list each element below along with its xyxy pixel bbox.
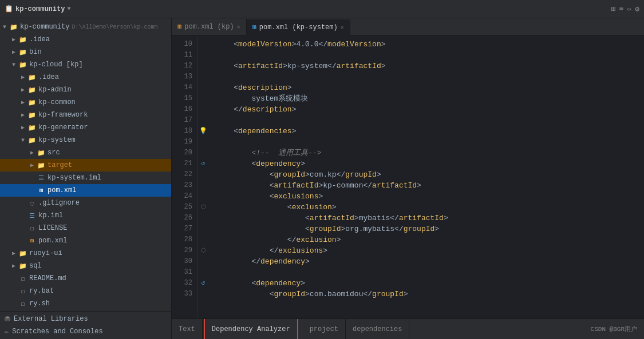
sidebar-item-pom-xml[interactable]: m pom.xml: [0, 184, 171, 197]
sidebar-item-gitignore[interactable]: ◌ .gitignore: [0, 197, 171, 209]
sidebar-item-ruoyi-ui[interactable]: ▶ 📁 ruoyi-ui: [0, 247, 171, 260]
gutter-line-29: ⬡: [197, 245, 209, 256]
gutter-line-13: [197, 71, 209, 82]
gutter-line-10: [197, 39, 209, 50]
sidebar-item-license[interactable]: ☐ LICENSE: [0, 222, 171, 234]
bottom-tab-dependencies[interactable]: dependencies: [346, 319, 409, 339]
tab-pom-kp-system-icon: m: [252, 23, 256, 31]
license-label: LICENSE: [38, 224, 67, 232]
sidebar-item-idea2[interactable]: ▶ 📁 .idea: [0, 71, 171, 83]
root-path: D:\AllDemo\Person\kp-comm: [72, 24, 157, 30]
top-bar-actions: ⊞ ≡ ⇔ ⚙: [611, 5, 639, 14]
sidebar-item-kp-system-iml[interactable]: ☰ kp-system.iml: [0, 172, 171, 184]
sidebar-item-kp-framework[interactable]: ▶ 📁 kp-framework: [0, 109, 171, 121]
tab-pom-kp[interactable]: m pom.xml (kp) ✕: [172, 19, 247, 35]
sidebar-item-bin[interactable]: ▶ 📁 bin: [0, 46, 171, 58]
sidebar-item-sql[interactable]: ▶ 📁 sql: [0, 260, 171, 272]
sidebar-bottom: ⛃ External Libraries ✏ Scratches and Con…: [0, 311, 171, 339]
readme-label: README.md: [29, 274, 66, 282]
idea2-folder-icon: 📁: [27, 74, 37, 81]
gutter-line-20: [197, 147, 209, 158]
code-line-22: <groupId>com.kp</groupId>: [216, 169, 644, 180]
sidebar-item-kp-common[interactable]: ▶ 📁 kp-common: [0, 96, 171, 109]
gutter-line-32[interactable]: ↺: [197, 278, 209, 289]
gutter-line-25: ⬡: [197, 202, 209, 213]
sidebar-item-ry-bat[interactable]: ☐ ry.bat: [0, 285, 171, 297]
sidebar-item-target[interactable]: ▶ 📁 target: [0, 159, 171, 172]
code-line-26: <artifactId>mybatis</artifactId>: [216, 213, 644, 224]
src-label: src: [48, 149, 60, 157]
gutter-line-30: [197, 256, 209, 267]
code-line-21: <dependency>: [216, 158, 644, 169]
run-icon-32[interactable]: ↺: [202, 278, 206, 289]
root-label: kp-community: [20, 23, 69, 31]
arrow: ▶: [9, 49, 18, 55]
layout-icon[interactable]: ⊞: [611, 5, 616, 14]
root-expand-arrow: ▼: [0, 24, 9, 30]
kp-cloud-folder-icon: 📁: [18, 61, 27, 69]
sidebar-item-kp-iml[interactable]: ☰ kp.iml: [0, 209, 171, 222]
sidebar-item-ry-sh[interactable]: ☐ ry.sh: [0, 297, 171, 310]
settings-icon[interactable]: ⚙: [635, 5, 639, 14]
sidebar-item-pom-xml-root[interactable]: m pom.xml: [0, 234, 171, 247]
kp-system-iml-label: kp-system.iml: [48, 174, 101, 182]
editor-area: m pom.xml (kp) ✕ m pom.xml (kp-system) ✕…: [172, 18, 644, 339]
idea2-label: .idea: [38, 73, 59, 81]
target-icon: 📁: [37, 162, 46, 169]
sidebar-root-item[interactable]: ▼ 📁 kp-community D:\AllDemo\Person\kp-co…: [0, 21, 171, 33]
sidebar-item-src[interactable]: ▶ 📁 src: [0, 146, 171, 159]
code-editor: 10 11 12 13 14 15 16 17 18 19 20 21 22 2…: [172, 35, 644, 318]
ry-bat-icon: ☐: [18, 288, 27, 295]
sidebar-item-external-libs[interactable]: ⛃ External Libraries: [0, 313, 171, 325]
bottom-tab-project[interactable]: project: [303, 319, 346, 339]
bottom-tab-text[interactable]: Text: [172, 319, 203, 339]
collapse-icon[interactable]: ⇔: [627, 5, 631, 14]
sidebar-item-readme[interactable]: ☐ README.md: [0, 272, 171, 285]
pom-xml-root-label: pom.xml: [38, 237, 67, 245]
tab-pom-kp-close[interactable]: ✕: [237, 23, 240, 30]
gutter-line-24: [197, 191, 209, 202]
kp-system-iml-icon: ☰: [37, 174, 46, 182]
sidebar-item-kp-admin[interactable]: ▶ 📁 kp-admin: [0, 83, 171, 96]
kp-generator-label: kp-generator: [38, 123, 88, 131]
gutter-line-16: [197, 104, 209, 115]
tab-pom-kp-system[interactable]: m pom.xml (kp-system) ✕: [247, 19, 350, 35]
code-content[interactable]: <modelVersion>4.0.0</modelVersion> <arti…: [209, 35, 644, 318]
sidebar-item-idea1[interactable]: ▶ 📁 .idea: [0, 33, 171, 46]
code-line-31: [216, 267, 644, 278]
arrow: [27, 188, 37, 194]
top-bar: 📋 kp-community ▼ ⊞ ≡ ⇔ ⚙: [0, 0, 644, 18]
sidebar-item-kp-system[interactable]: ▼ 📁 kp-system: [0, 134, 171, 146]
arrow: [9, 301, 18, 307]
gutter-line-14: [197, 82, 209, 93]
sidebar-item-scratches[interactable]: ✏ Scratches and Consoles: [0, 325, 171, 338]
ruoyi-ui-icon: 📁: [18, 250, 27, 257]
gutter-line-18[interactable]: 💡: [197, 126, 209, 137]
gutter-line-22: [197, 169, 209, 180]
kp-framework-icon: 📁: [27, 111, 37, 119]
arrow: [27, 175, 37, 181]
project-icon: 📋: [5, 5, 13, 13]
sort-icon[interactable]: ≡: [619, 5, 624, 14]
arrow: ▶: [18, 124, 27, 131]
pom-xml-root-icon: m: [27, 237, 37, 244]
sidebar-item-kp-generator[interactable]: ▶ 📁 kp-generator: [0, 121, 171, 134]
fold-icon-18[interactable]: 💡: [199, 126, 207, 137]
scratches-label: Scratches and Consoles: [12, 328, 102, 336]
project-dropdown-arrow[interactable]: ▼: [67, 6, 70, 12]
gutter-line-21[interactable]: ↺: [197, 158, 209, 169]
arrow: ▶: [9, 262, 18, 269]
tab-pom-kp-system-close[interactable]: ✕: [341, 24, 344, 31]
sidebar-item-kp-cloud[interactable]: ▼ 📁 kp-cloud [kp]: [0, 58, 171, 71]
arrow: ▶: [27, 149, 37, 156]
arrow: [18, 225, 27, 232]
pom-xml-icon: m: [37, 187, 46, 194]
idea1-folder-icon: 📁: [18, 36, 27, 43]
run-icon-21[interactable]: ↺: [202, 158, 206, 169]
fold-icon-29[interactable]: ⬡: [201, 245, 206, 256]
bottom-right-text: CSDN @BGR用户: [591, 326, 637, 333]
bottom-tab-dep-analyzer[interactable]: Dependency Analyzer: [204, 319, 298, 339]
arrow: [18, 238, 27, 244]
fold-icon-25[interactable]: ⬡: [201, 202, 206, 213]
code-line-33: <groupId>com.baomidou</groupId>: [216, 289, 644, 300]
